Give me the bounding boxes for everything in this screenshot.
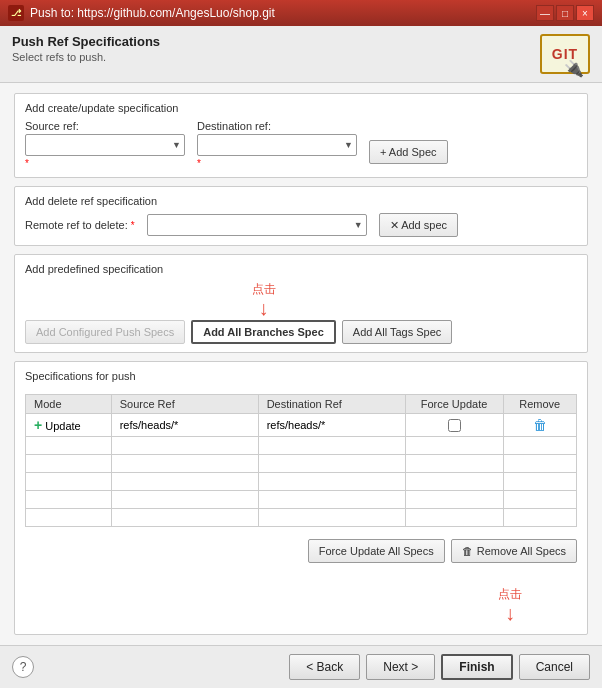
table-row-empty-5	[26, 509, 577, 527]
main-content: Push Ref Specifications Select refs to p…	[0, 26, 602, 688]
remove-icon-wrap: 🗑	[512, 417, 569, 433]
dest-ref-select-wrap: ▼	[197, 134, 357, 156]
mode-value: Update	[45, 420, 80, 432]
table-row-empty-1	[26, 437, 577, 455]
git-plug-icon: 🔌	[564, 59, 584, 78]
source-ref-cell: refs/heads/*	[111, 414, 258, 437]
specs-table-body: + Update refs/heads/* refs/heads/*	[26, 414, 577, 527]
create-update-form: Source ref: ▼ * Destination ref:	[25, 120, 577, 169]
col-mode: Mode	[26, 395, 112, 414]
dest-ref-cell: refs/heads/*	[258, 414, 405, 437]
footer-nav: < Back Next > Finish Cancel	[289, 654, 590, 680]
table-row-empty-2	[26, 455, 577, 473]
add-configured-push-specs-button[interactable]: Add Configured Push Specs	[25, 320, 185, 344]
title-bar: ⎇ Push to: https://github.com/AngesLuo/s…	[0, 0, 602, 26]
source-ref-group: Source ref: ▼ *	[25, 120, 185, 169]
force-update-cell[interactable]	[405, 414, 503, 437]
maximize-button[interactable]: □	[556, 5, 574, 21]
footer: 点击 ↓ ? < Back Next > Finish Cancel	[0, 645, 602, 688]
delete-spec-section: Add delete ref specification Remote ref …	[14, 186, 588, 246]
force-update-checkbox-wrap	[414, 419, 495, 432]
add-icon-cell: + Update	[26, 414, 112, 437]
table-row-empty-3	[26, 473, 577, 491]
remote-ref-select-wrap: ▼	[147, 214, 367, 236]
window-title: Push to: https://github.com/AngesLuo/sho…	[30, 6, 275, 20]
add-spec-button[interactable]: + Add Spec	[369, 140, 448, 164]
source-ref-select-wrap: ▼	[25, 134, 185, 156]
predefined-section: Add predefined specification Add Configu…	[14, 254, 588, 353]
annotation-text: 点击	[252, 281, 276, 298]
annotation-wrap: 点击 ↓	[252, 281, 276, 318]
footer-down-arrow-icon: ↓	[505, 603, 515, 623]
add-row-icon: +	[34, 417, 42, 433]
dest-ref-value: refs/heads/*	[267, 419, 326, 431]
force-update-all-specs-button[interactable]: Force Update All Specs	[308, 539, 445, 563]
delete-spec-form: Remote ref to delete: * ▼ ✕ Add spec	[25, 213, 577, 237]
col-force: Force Update	[405, 395, 503, 414]
footer-annotation: 点击 ↓	[498, 586, 522, 623]
down-arrow-icon: ↓	[259, 298, 269, 318]
predefined-label: Add predefined specification	[25, 263, 577, 275]
back-button[interactable]: < Back	[289, 654, 360, 680]
table-row: + Update refs/heads/* refs/heads/*	[26, 414, 577, 437]
page-subtitle: Select refs to push.	[12, 51, 160, 63]
col-source: Source Ref	[111, 395, 258, 414]
specs-table-header: Mode Source Ref Destination Ref Force Up…	[26, 395, 577, 414]
close-button[interactable]: ×	[576, 5, 594, 21]
minimize-button[interactable]: —	[536, 5, 554, 21]
dest-ref-select[interactable]	[197, 134, 357, 156]
source-ref-select[interactable]	[25, 134, 185, 156]
help-button[interactable]: ?	[12, 656, 34, 678]
page-title: Push Ref Specifications	[12, 34, 160, 49]
cancel-button[interactable]: Cancel	[519, 654, 590, 680]
add-delete-spec-button[interactable]: ✕ Add spec	[379, 213, 458, 237]
window-controls[interactable]: — □ ×	[536, 5, 594, 21]
specs-table: Mode Source Ref Destination Ref Force Up…	[25, 394, 577, 527]
dest-ref-label: Destination ref:	[197, 120, 357, 132]
add-spec-btn-wrap: + Add Spec	[369, 140, 448, 164]
btn2-annotation-wrap: 点击 ↓ Add All Branches Spec	[191, 281, 336, 344]
git-logo: GIT 🔌	[540, 34, 590, 74]
next-button[interactable]: Next >	[366, 654, 435, 680]
force-update-checkbox[interactable]	[448, 419, 461, 432]
finish-button[interactable]: Finish	[441, 654, 512, 680]
table-row-empty-4	[26, 491, 577, 509]
title-bar-left: ⎇ Push to: https://github.com/AngesLuo/s…	[8, 5, 275, 21]
col-dest: Destination Ref	[258, 395, 405, 414]
specs-table-header-row: Mode Source Ref Destination Ref Force Up…	[26, 395, 577, 414]
specs-actions: Force Update All Specs 🗑 Remove All Spec…	[25, 539, 577, 563]
predefined-row-wrap: Add Configured Push Specs 点击 ↓ Add All B…	[25, 281, 577, 344]
remote-ref-label: Remote ref to delete: *	[25, 219, 135, 231]
delete-spec-label: Add delete ref specification	[25, 195, 577, 207]
remove-cell[interactable]: 🗑	[503, 414, 577, 437]
create-update-section: Add create/update specification Source r…	[14, 93, 588, 178]
specs-inner: Specifications for push Mode Source Ref …	[25, 370, 577, 563]
dest-ref-group: Destination ref: ▼ *	[197, 120, 357, 169]
remote-ref-select[interactable]	[147, 214, 367, 236]
add-all-branches-spec-button[interactable]: Add All Branches Spec	[191, 320, 336, 344]
col-remove: Remove	[503, 395, 577, 414]
footer-annotation-text: 点击	[498, 586, 522, 603]
header-area: Push Ref Specifications Select refs to p…	[0, 26, 602, 83]
content-area: Add create/update specification Source r…	[0, 83, 602, 645]
remove-all-specs-button[interactable]: 🗑 Remove All Specs	[451, 539, 577, 563]
source-ref-value: refs/heads/*	[120, 419, 179, 431]
specs-for-push-label: Specifications for push	[25, 370, 577, 382]
source-ref-label: Source ref:	[25, 120, 185, 132]
trash-icon[interactable]: 🗑	[533, 417, 547, 433]
app-icon: ⎇	[8, 5, 24, 21]
source-required-mark: *	[25, 158, 185, 169]
remove-all-icon: 🗑	[462, 545, 473, 557]
header-text: Push Ref Specifications Select refs to p…	[12, 34, 160, 63]
create-update-label: Add create/update specification	[25, 102, 577, 114]
add-all-tags-spec-button[interactable]: Add All Tags Spec	[342, 320, 452, 344]
dest-required-mark: *	[197, 158, 357, 169]
